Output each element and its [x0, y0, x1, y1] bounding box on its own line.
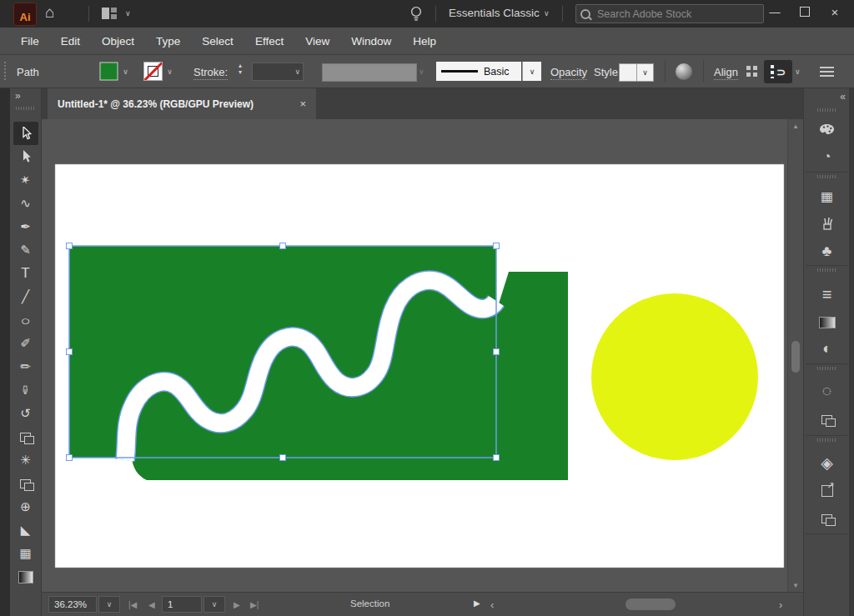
- tool-curvature[interactable]: ✎: [10, 238, 41, 262]
- yellow-circle[interactable]: [591, 293, 758, 460]
- scroll-up-icon[interactable]: ▴: [788, 122, 803, 130]
- canvas-area[interactable]: [42, 119, 787, 592]
- workspace-switcher[interactable]: Essentials Classic: [449, 7, 540, 19]
- menu-file[interactable]: File: [10, 35, 50, 48]
- artboard-dropdown-button[interactable]: ∨: [203, 596, 225, 613]
- panel-color[interactable]: [804, 118, 850, 140]
- tool-rotate[interactable]: ↺: [10, 402, 41, 425]
- panel-grip[interactable]: [817, 438, 836, 442]
- search-input[interactable]: [595, 8, 732, 21]
- close-button[interactable]: ×: [821, 0, 849, 23]
- handle-top-right[interactable]: [494, 243, 500, 249]
- stroke-color-control[interactable]: ∨: [143, 62, 177, 81]
- panel-artboards[interactable]: [804, 508, 850, 529]
- vertical-scrollbar[interactable]: ▴ ▾: [787, 119, 803, 592]
- options-list-icon[interactable]: [820, 67, 834, 77]
- stroke-none-swatch[interactable]: [143, 62, 163, 81]
- chevron-down-icon[interactable]: ∨: [163, 68, 177, 76]
- stroke-weight-dropdown[interactable]: ∨: [252, 63, 304, 81]
- recolor-artwork-icon[interactable]: [676, 63, 692, 80]
- tool-free-transform[interactable]: [10, 472, 41, 495]
- menu-select[interactable]: Select: [191, 35, 244, 48]
- panel-grip[interactable]: [4, 62, 6, 82]
- align-label[interactable]: Align: [714, 66, 738, 80]
- tool-eyedropper[interactable]: ✑: [10, 378, 41, 402]
- tool-type[interactable]: T: [10, 262, 41, 285]
- handle-bottom-center[interactable]: [280, 455, 286, 461]
- panel-layers[interactable]: ◈: [804, 452, 850, 473]
- tool-scale[interactable]: [10, 425, 41, 448]
- tool-magic-wand[interactable]: ✶: [10, 168, 41, 192]
- tool-lasso[interactable]: ∿: [10, 192, 41, 215]
- tool-line-segment[interactable]: ╱: [10, 285, 41, 308]
- menu-type[interactable]: Type: [145, 35, 191, 48]
- menu-help[interactable]: Help: [402, 35, 447, 48]
- chevron-down-icon[interactable]: ∨: [795, 68, 801, 76]
- panel-appearance[interactable]: ◌: [804, 380, 850, 402]
- tool-shape-builder[interactable]: ⊕: [10, 495, 41, 518]
- panel-graphic-styles[interactable]: [804, 408, 850, 430]
- panel-swatches[interactable]: ▦: [804, 185, 850, 207]
- panel-transparency[interactable]: ◐: [804, 338, 850, 359]
- tool-mesh[interactable]: ▦: [10, 542, 41, 565]
- tool-paintbrush[interactable]: ✐: [10, 332, 41, 355]
- stroke-style-chevron-button[interactable]: ∨: [522, 62, 541, 81]
- previous-artboard-button[interactable]: ◀: [148, 596, 155, 613]
- panel-grip[interactable]: [817, 108, 836, 112]
- handle-mid-left[interactable]: [67, 349, 73, 355]
- home-icon[interactable]: ⌂: [45, 3, 54, 22]
- handle-bottom-left[interactable]: [67, 455, 73, 461]
- expand-tools-icon[interactable]: »: [15, 90, 19, 102]
- tab-close-icon[interactable]: ×: [299, 98, 306, 110]
- menu-edit[interactable]: Edit: [50, 35, 91, 48]
- handle-top-left[interactable]: [67, 243, 73, 249]
- graphic-style-swatch[interactable]: [619, 63, 637, 82]
- panel-export[interactable]: ↗: [804, 480, 850, 502]
- tool-ellipse[interactable]: ○: [10, 308, 41, 332]
- scroll-right-icon[interactable]: ›: [779, 598, 782, 611]
- opacity-label[interactable]: Opacity: [550, 66, 587, 80]
- panel-symbols[interactable]: ♣: [804, 240, 850, 262]
- next-artboard-button[interactable]: ▶: [234, 596, 240, 613]
- graphic-style-chevron-button[interactable]: ∨: [637, 63, 654, 82]
- menu-window[interactable]: Window: [340, 35, 402, 48]
- menu-view[interactable]: View: [294, 35, 340, 48]
- chevron-down-icon[interactable]: ∨: [544, 9, 550, 18]
- stroke-label[interactable]: Stroke:: [193, 66, 228, 80]
- chevron-down-icon[interactable]: ∨: [125, 9, 131, 18]
- last-artboard-button[interactable]: ▶|: [250, 596, 259, 613]
- scroll-down-icon[interactable]: ▾: [788, 581, 803, 589]
- handle-bottom-right[interactable]: [494, 455, 500, 461]
- menu-object[interactable]: Object: [91, 35, 145, 48]
- status-expand-icon[interactable]: ▶: [474, 598, 480, 608]
- tool-perspective-grid[interactable]: ◣: [10, 518, 41, 542]
- maximize-button[interactable]: [791, 0, 819, 23]
- panel-grip[interactable]: [817, 175, 836, 178]
- minimize-button[interactable]: —: [761, 0, 789, 23]
- panel-stroke[interactable]: ≡: [804, 283, 850, 305]
- tools-grip[interactable]: [16, 107, 34, 110]
- tool-pen[interactable]: ✒: [10, 215, 41, 238]
- scroll-left-icon[interactable]: ‹: [490, 598, 494, 611]
- tool-direct-selection[interactable]: [10, 145, 41, 168]
- chevron-down-icon[interactable]: ∨: [118, 68, 133, 76]
- discover-lightbulb-icon[interactable]: [410, 6, 422, 25]
- zoom-dropdown-button[interactable]: ∨: [98, 596, 120, 613]
- fill-color-control[interactable]: ∨: [99, 62, 133, 81]
- horizontal-scroll-thumb[interactable]: [625, 598, 676, 610]
- stock-search-field[interactable]: [575, 4, 764, 23]
- fill-swatch[interactable]: [99, 62, 118, 81]
- menu-effect[interactable]: Effect: [244, 35, 294, 48]
- panel-grip[interactable]: [817, 268, 836, 272]
- arrange-documents-icon[interactable]: [102, 8, 118, 19]
- zoom-level-field[interactable]: 36.23%: [48, 596, 97, 613]
- tool-symbol-sprayer[interactable]: ✳: [10, 448, 41, 472]
- vertical-scroll-thumb[interactable]: [791, 341, 800, 373]
- align-to-selection-button[interactable]: ⊃: [764, 60, 792, 83]
- panel-gradient[interactable]: [804, 312, 850, 333]
- first-artboard-button[interactable]: |◀: [128, 596, 137, 613]
- tool-shaper[interactable]: ✏: [10, 355, 41, 378]
- stroke-weight-stepper[interactable]: ▴▾: [239, 63, 242, 76]
- panel-color-guide[interactable]: ◔: [804, 146, 850, 168]
- panel-grip[interactable]: [817, 367, 836, 370]
